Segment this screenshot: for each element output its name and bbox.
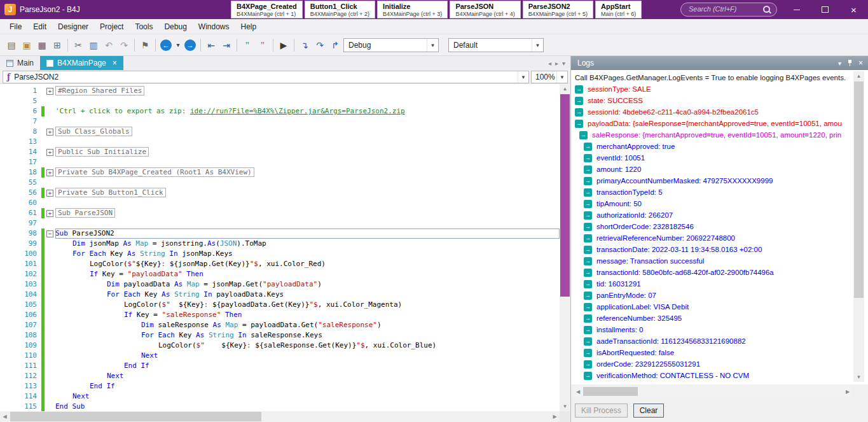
search-input[interactable] (687, 4, 761, 13)
code-line[interactable]: 6'Ctrl + click to export as zip: ide://r… (0, 106, 560, 116)
comment-icon[interactable]: ’’ (240, 38, 254, 53)
designer-grid-icon[interactable]: ⊞ (50, 38, 64, 53)
code-line[interactable]: 108For Each Key As String In saleRespons… (0, 330, 560, 341)
scrollbar-thumb[interactable] (583, 387, 638, 396)
undo-icon[interactable]: ↶ (102, 38, 116, 53)
code-line[interactable]: 106If Key = "saleResponse" Then (0, 310, 560, 320)
scroll-right-icon[interactable]: ▶ (843, 386, 852, 397)
code-line[interactable]: 8+Sub Class_Globals (0, 127, 560, 137)
logs-list[interactable]: Call B4XPages.GetManager.LogEvents = Tru… (571, 70, 868, 384)
code-line[interactable]: 55 (0, 178, 560, 188)
collapsed-region[interactable]: #Region Shared Files (55, 86, 144, 95)
code-line[interactable]: 114Next (0, 391, 560, 402)
log-line[interactable]: →aadeTransactionId: 11612345683312169088… (575, 335, 868, 347)
indent-icon[interactable]: ⇥ (219, 38, 233, 53)
log-line[interactable]: →saleResponse: {merchantApproved=true, e… (575, 129, 868, 141)
code-line[interactable]: 115End Sub (0, 402, 560, 411)
code-line[interactable]: 13 (0, 137, 560, 147)
tab-b4xmainpage[interactable]: B4XMainPage × (40, 56, 123, 70)
logs-vscrollbar[interactable]: ▲ ▼ (853, 71, 864, 382)
clear-logs-button[interactable]: Clear (633, 404, 665, 418)
expand-icon[interactable]: + (46, 190, 53, 197)
run-icon[interactable]: ▶ (277, 38, 291, 53)
log-line[interactable]: →applicationLabel: VISA Debit (575, 301, 868, 313)
scroll-up-icon[interactable]: ▲ (853, 71, 864, 81)
collapsed-region[interactable]: Private Sub Button1_Click (55, 188, 166, 197)
log-line[interactable]: →authorizationId: 266207 (575, 209, 868, 221)
scrollbar-thumb[interactable] (10, 412, 261, 421)
log-line[interactable]: →retrievalReferenceNumber: 206922748800 (575, 232, 868, 244)
new-module-icon[interactable]: ▤ (4, 38, 18, 53)
log-line[interactable]: →transactionDate: 2022-03-11 19:34:58.01… (575, 244, 868, 255)
scroll-tabs-right-icon[interactable]: ▸ (555, 60, 558, 67)
build-config-select[interactable]: Default ▼ (448, 38, 544, 52)
code-line[interactable]: 56+Private Sub Button1_Click (0, 188, 560, 198)
bookmark-icon[interactable]: ⚑ (138, 38, 152, 53)
scroll-down-icon[interactable]: ▼ (560, 402, 570, 411)
bookmark-tab-6[interactable]: AppStartMain (ctrl + 6) (595, 1, 642, 18)
log-line[interactable]: →sessionId: 4bdebe62-c211-4ca0-a994-b2fb… (575, 106, 868, 118)
code-line[interactable]: 7 (0, 116, 560, 127)
tab-main[interactable]: Main (0, 56, 40, 70)
expand-icon[interactable]: + (46, 169, 53, 176)
close-logs-icon[interactable]: × (858, 59, 863, 67)
menu-designer[interactable]: Designer (52, 20, 94, 33)
collapsed-region[interactable]: Private Sub B4XPage_Created (Root1 As B4… (55, 167, 254, 177)
bookmark-tab-4[interactable]: ParseJSONB4XMainPage (ctrl + 4) (450, 1, 520, 18)
log-line[interactable]: →payloadData: {saleResponse={merchantApp… (575, 118, 868, 129)
tab-list-icon[interactable]: ▾ (562, 60, 565, 67)
bookmark-tab-1[interactable]: B4XPage_CreatedB4XMainPage (ctrl + 1) (231, 1, 303, 18)
zoom-select[interactable]: 100% ▼ (531, 71, 568, 83)
menu-tools[interactable]: Tools (129, 20, 158, 33)
copy-icon[interactable]: ▥ (86, 38, 100, 53)
log-line[interactable]: →primaryAccountNumberMasked: 479275XXXXX… (575, 175, 868, 186)
log-line[interactable]: →verificationMethod: CONTACTLESS - NO CV… (575, 370, 868, 381)
redo-icon[interactable]: ↷ (117, 38, 131, 53)
log-line[interactable]: →panEntryMode: 07 (575, 290, 868, 301)
log-line[interactable]: →tid: 16031291 (575, 278, 868, 290)
scrollbar-thumb[interactable] (854, 81, 864, 298)
sub-selector[interactable]: ƒ ParseJSON2 ▼ (3, 71, 529, 83)
code-line[interactable]: 18+Private Sub B4XPage_Created (Root1 As… (0, 167, 560, 178)
expand-icon[interactable]: + (46, 88, 53, 95)
code-line[interactable]: 101LogColor($"${Key}: ${jsonMap.Get(Key)… (0, 259, 560, 269)
logs-menu-icon[interactable]: ▾ (838, 60, 841, 67)
step-out-icon[interactable]: ↱ (328, 38, 340, 53)
back-history-caret-icon[interactable]: ▾ (174, 38, 182, 53)
log-line[interactable]: →sessionType: SALE (575, 83, 868, 95)
code-line[interactable]: 61+Sub ParseJSON (0, 208, 560, 218)
log-line[interactable]: →message: Transaction successful (575, 255, 868, 267)
outdent-icon[interactable]: ⇤ (204, 38, 218, 53)
expand-icon[interactable]: + (46, 129, 53, 136)
menu-windows[interactable]: Windows (193, 20, 235, 33)
editor-vscrollbar[interactable]: ▲ ▼ (560, 84, 570, 411)
collapsed-region[interactable]: Public Sub Initialize (55, 147, 149, 157)
code-line[interactable]: 1+#Region Shared Files (0, 86, 560, 96)
code-line[interactable]: 102If Key = "payloadData" Then (0, 269, 560, 279)
log-line[interactable]: →installments: 0 (575, 324, 868, 335)
uncomment-icon[interactable]: ’’ (256, 38, 270, 53)
scroll-tabs-left-icon[interactable]: ◂ (548, 60, 551, 67)
step-into-icon[interactable]: ↴ (298, 38, 312, 53)
code-line[interactable]: 111End If (0, 361, 560, 371)
code-line[interactable]: 110Next (0, 351, 560, 361)
navigate-back-icon[interactable]: ← (160, 39, 172, 51)
save-icon[interactable]: ▦ (35, 38, 49, 53)
code-line[interactable]: 17 (0, 157, 560, 167)
logs-hscrollbar[interactable]: ◀ ▶ (574, 386, 852, 397)
code-line[interactable]: 99Dim jsonMap As Map = jsonstring.As(JSO… (0, 239, 560, 249)
menu-help[interactable]: Help (235, 20, 263, 33)
scrollbar-thumb[interactable] (560, 94, 570, 297)
collapsed-region[interactable]: Sub Class_Globals (55, 127, 132, 136)
maximize-button[interactable] (811, 0, 839, 19)
navigate-forward-icon[interactable]: → (184, 39, 196, 51)
code-line[interactable]: 5 (0, 96, 560, 106)
menu-debug[interactable]: Debug (158, 20, 192, 33)
log-line[interactable]: →referenceNumber: 325495 (575, 313, 868, 324)
close-tab-icon[interactable]: × (113, 59, 117, 67)
log-line[interactable]: →transactionTypeId: 5 (575, 186, 868, 198)
open-project-icon[interactable]: ▣ (20, 38, 34, 53)
code-line[interactable]: 14+Public Sub Initialize (0, 147, 560, 157)
menu-project[interactable]: Project (94, 20, 129, 33)
code-line[interactable]: 113End If (0, 381, 560, 391)
